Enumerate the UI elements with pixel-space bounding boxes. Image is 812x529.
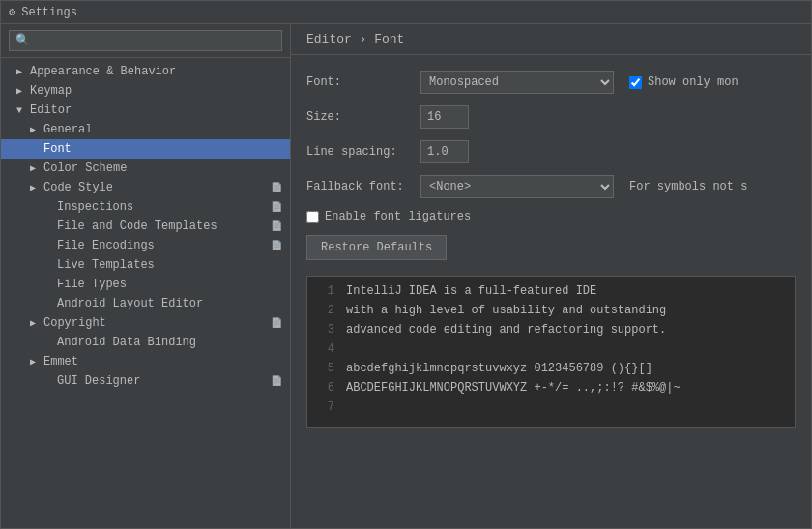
preview-line: 2 with a high level of usability and out…: [319, 304, 783, 321]
tree-arrow-empty: [44, 241, 53, 251]
sidebar-item-label: Font: [44, 142, 72, 156]
line-code: IntelliJ IDEA is a full-featured IDE: [346, 284, 596, 302]
item-right-icon: 📄: [271, 240, 282, 251]
sidebar-item-general[interactable]: ▶General: [1, 120, 290, 139]
line-number: 1: [319, 284, 334, 302]
sidebar-item-android-layout-editor[interactable]: Android Layout Editor: [1, 294, 290, 313]
line-number: 2: [319, 304, 334, 321]
sidebar-item-label: Android Layout Editor: [57, 297, 203, 310]
tree-arrow: ▶: [16, 85, 26, 97]
line-spacing-label: Line spacing:: [306, 145, 413, 159]
preview-area: 1 IntelliJ IDEA is a full-featured IDE 2…: [306, 276, 796, 428]
sidebar-item-label: General: [44, 123, 92, 136]
sidebar-item-label: Code Style: [44, 181, 113, 194]
line-number: 6: [319, 381, 334, 398]
sidebar-item-editor[interactable]: ▼Editor: [1, 101, 290, 120]
sidebar-item-label: File Encodings: [57, 239, 155, 252]
tree-arrow-empty: [44, 202, 53, 213]
settings-content: Font: Monospaced Show only mon Size:: [291, 55, 811, 528]
sidebar-item-android-data-binding[interactable]: Android Data Binding: [1, 333, 290, 352]
line-number: 7: [319, 400, 334, 418]
sidebar-item-emmet[interactable]: ▶Emmet: [1, 352, 290, 371]
ligatures-row: Enable font ligatures: [306, 210, 796, 223]
item-right-icon: 📄: [271, 201, 282, 213]
sidebar-item-label: Editor: [30, 103, 72, 117]
preview-line: 7: [319, 400, 783, 418]
sidebar-item-inspections[interactable]: Inspections📄: [1, 197, 290, 217]
tree-arrow-empty: [30, 144, 40, 155]
restore-defaults-button[interactable]: Restore Defaults: [306, 235, 447, 260]
item-right-icon: 📄: [271, 317, 282, 329]
show-monospaced-label: Show only mon: [648, 75, 739, 89]
tree-arrow: ▶: [30, 124, 40, 135]
sidebar-item-label: Inspections: [57, 200, 133, 214]
font-select[interactable]: Monospaced: [420, 71, 614, 94]
sidebar-item-label: Android Data Binding: [57, 336, 196, 349]
tree-arrow-empty: [44, 221, 53, 232]
sidebar-item-copyright[interactable]: ▶Copyright📄: [1, 313, 290, 333]
line-spacing-input[interactable]: [420, 140, 469, 163]
sidebar-item-gui-designer[interactable]: GUI Designer📄: [1, 371, 290, 391]
sidebar-tree: ▶Appearance & Behavior▶Keymap▼Editor▶Gen…: [1, 58, 290, 528]
sidebar-item-label: Keymap: [30, 84, 72, 98]
size-label: Size:: [306, 110, 413, 124]
sidebar-item-file-encodings[interactable]: File Encodings📄: [1, 236, 290, 255]
tree-arrow-empty: [44, 299, 53, 309]
sidebar-item-font[interactable]: Font: [1, 139, 290, 159]
breadcrumb: Editor › Font: [291, 24, 811, 55]
sidebar-item-label: Appearance & Behavior: [30, 65, 176, 78]
size-row: Size:: [306, 105, 796, 129]
sidebar-item-keymap[interactable]: ▶Keymap: [1, 81, 290, 101]
size-input[interactable]: [420, 105, 469, 129]
tree-arrow-empty: [44, 279, 53, 290]
ligatures-checkbox[interactable]: [306, 211, 319, 223]
line-number: 3: [319, 323, 334, 340]
titlebar: ⚙ Settings: [1, 1, 811, 24]
item-right-icon: 📄: [271, 375, 282, 387]
search-bar: [1, 24, 290, 58]
sidebar-item-live-templates[interactable]: Live Templates: [1, 255, 290, 275]
item-right-icon: 📄: [271, 182, 282, 193]
sidebar-item-label: GUI Designer: [57, 374, 140, 388]
sidebar-item-code-style[interactable]: ▶Code Style📄: [1, 178, 290, 197]
sidebar-item-label: File Types: [57, 278, 127, 291]
font-label: Font:: [306, 75, 413, 89]
for-symbols-note: For symbols not s: [629, 180, 747, 193]
settings-icon: ⚙: [9, 5, 15, 19]
sidebar-item-label: Emmet: [44, 355, 78, 368]
sidebar-item-label: File and Code Templates: [57, 220, 218, 233]
tree-arrow: ▶: [16, 66, 26, 77]
tree-arrow: ▶: [30, 317, 40, 329]
sidebar-item-label: Copyright: [44, 316, 106, 330]
search-input[interactable]: [9, 30, 282, 51]
window-title: Settings: [21, 6, 77, 19]
preview-line: 5 abcdefghijklmnopqrstuvwxyz 0123456789 …: [319, 362, 783, 379]
ligatures-label: Enable font ligatures: [325, 210, 471, 223]
sidebar-item-label: Color Scheme: [44, 162, 127, 175]
line-code: with a high level of usability and outst…: [346, 304, 666, 321]
fallback-font-select[interactable]: <None>: [420, 175, 614, 198]
fallback-font-row: Fallback font: <None> For symbols not s: [306, 175, 796, 198]
tree-arrow-empty: [44, 260, 53, 271]
preview-line: 6 ABCDEFGHIJKLMNOPQRSTUVWXYZ +-*/= ..,;:…: [319, 381, 783, 398]
tree-arrow: ▶: [30, 182, 40, 193]
tree-arrow: ▼: [16, 105, 26, 116]
item-right-icon: 📄: [271, 220, 282, 232]
tree-arrow: ▶: [30, 162, 40, 174]
preview-line: 4: [319, 342, 783, 360]
sidebar-item-color-scheme[interactable]: ▶Color Scheme: [1, 159, 290, 178]
sidebar-item-appearance-behavior[interactable]: ▶Appearance & Behavior: [1, 62, 290, 81]
line-code: abcdefghijklmnopqrstuvwxyz 0123456789 ()…: [346, 362, 652, 379]
line-number: 5: [319, 362, 334, 379]
line-number: 4: [319, 342, 334, 360]
sidebar-item-file-code-templates[interactable]: File and Code Templates📄: [1, 217, 290, 236]
line-spacing-row: Line spacing:: [306, 140, 796, 163]
sidebar-item-file-types[interactable]: File Types: [1, 275, 290, 294]
preview-line: 1 IntelliJ IDEA is a full-featured IDE: [319, 284, 783, 302]
fallback-font-label: Fallback font:: [306, 180, 413, 193]
preview-line: 3 advanced code editing and refactoring …: [319, 323, 783, 340]
tree-arrow-empty: [44, 376, 53, 387]
right-panel: Editor › Font Font: Monospaced Show only…: [291, 24, 811, 528]
tree-arrow-empty: [44, 338, 53, 348]
show-monospaced-checkbox[interactable]: [629, 76, 642, 89]
